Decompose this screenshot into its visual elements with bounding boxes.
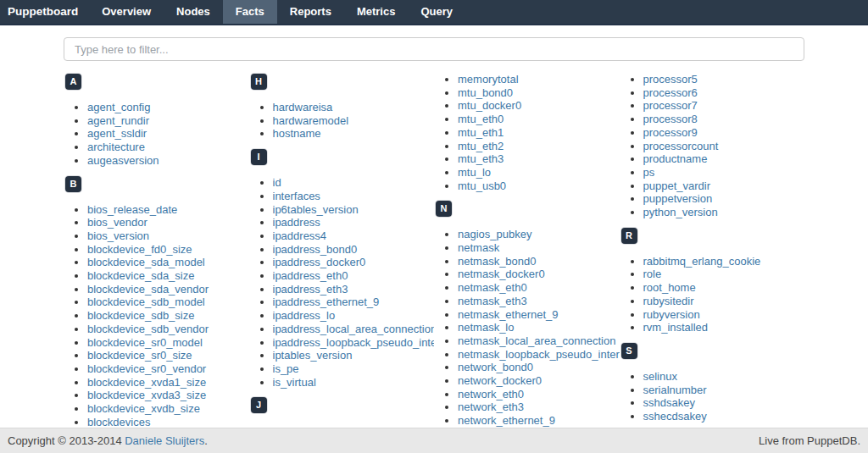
fact-link-agent_rundir[interactable]: agent_rundir — [87, 114, 149, 127]
fact-link-blockdevice_fd0_size[interactable]: blockdevice_fd0_size — [87, 243, 192, 256]
fact-link-processor5[interactable]: processor5 — [643, 73, 698, 86]
fact-link-serialnumber[interactable]: serialnumber — [643, 384, 707, 396]
fact-link-netmask_docker0[interactable]: netmask_docker0 — [458, 268, 545, 280]
fact-link-blockdevice_sdb_vendor[interactable]: blockdevice_sdb_vendor — [87, 323, 209, 335]
filter-input[interactable] — [64, 37, 804, 61]
fact-link-netmask_eth0[interactable]: netmask_eth0 — [458, 281, 527, 294]
fact-list-item: processor7 — [643, 99, 805, 113]
fact-link-network_eth0[interactable]: network_eth0 — [458, 388, 524, 401]
fact-link-mtu_eth3[interactable]: mtu_eth3 — [458, 152, 504, 165]
fact-link-is_pe[interactable]: is_pe — [273, 362, 299, 375]
fact-link-mtu_eth1[interactable]: mtu_eth1 — [458, 126, 504, 139]
fact-link-iptables_version[interactable]: iptables_version — [273, 349, 353, 362]
fact-link-agent_ssldir[interactable]: agent_ssldir — [87, 127, 147, 140]
fact-link-network_eth3[interactable]: network_eth3 — [458, 401, 524, 413]
fact-link-netmask_local_area_connection[interactable]: netmask_local_area_connection — [458, 334, 615, 347]
fact-link-processorcount[interactable]: processorcount — [643, 140, 719, 152]
fact-link-network_docker0[interactable]: network_docker0 — [458, 374, 542, 387]
fact-link-id[interactable]: id — [273, 176, 281, 189]
nav-item-overview[interactable]: Overview — [89, 0, 164, 24]
fact-link-ipaddress_lo[interactable]: ipaddress_lo — [273, 309, 336, 322]
fact-link-rabbitmq_erlang_cookie[interactable]: rabbitmq_erlang_cookie — [643, 255, 761, 268]
fact-link-is_virtual[interactable]: is_virtual — [273, 376, 316, 389]
fact-link-memorytotal[interactable]: memorytotal — [458, 73, 519, 86]
fact-link-selinux[interactable]: selinux — [643, 370, 677, 383]
fact-link-mtu_lo[interactable]: mtu_lo — [458, 166, 491, 179]
fact-link-augeasversion[interactable]: augeasversion — [87, 154, 159, 167]
fact-link-mtu_docker0[interactable]: mtu_docker0 — [458, 99, 521, 112]
fact-link-netmask[interactable]: netmask — [458, 241, 499, 254]
fact-link-bios_release_date[interactable]: bios_release_date — [87, 203, 177, 216]
fact-link-hostname[interactable]: hostname — [273, 127, 321, 140]
fact-link-hardwaremodel[interactable]: hardwaremodel — [273, 114, 349, 127]
author-link[interactable]: Daniele Sluijters — [125, 434, 204, 447]
fact-link-blockdevice_sdb_size[interactable]: blockdevice_sdb_size — [87, 309, 194, 322]
fact-link-blockdevice_sdb_model[interactable]: blockdevice_sdb_model — [87, 296, 205, 308]
fact-link-processor6[interactable]: processor6 — [643, 86, 698, 99]
fact-link-puppet_vardir[interactable]: puppet_vardir — [643, 180, 711, 192]
fact-link-productname[interactable]: productname — [643, 152, 708, 165]
fact-link-ipaddress4[interactable]: ipaddress4 — [273, 229, 327, 242]
fact-link-mtu_eth0[interactable]: mtu_eth0 — [458, 113, 504, 125]
fact-link-blockdevice_sda_size[interactable]: blockdevice_sda_size — [87, 269, 194, 282]
nav-item-reports[interactable]: Reports — [277, 0, 344, 24]
fact-link-rubyversion[interactable]: rubyversion — [643, 308, 700, 321]
fact-link-netmask_eth3[interactable]: netmask_eth3 — [458, 295, 527, 307]
fact-link-blockdevice_sda_model[interactable]: blockdevice_sda_model — [87, 256, 205, 268]
fact-link-ip6tables_version[interactable]: ip6tables_version — [273, 203, 359, 216]
fact-list-item: processor6 — [643, 86, 805, 100]
fact-link-processor7[interactable]: processor7 — [643, 99, 698, 112]
fact-link-processor8[interactable]: processor8 — [643, 113, 698, 125]
fact-link-netmask_ethernet_9[interactable]: netmask_ethernet_9 — [458, 308, 559, 321]
nav-item-facts[interactable]: Facts — [223, 0, 277, 24]
fact-link-puppetversion[interactable]: puppetversion — [643, 192, 713, 205]
brand-link[interactable]: Puppetboard — [0, 0, 89, 24]
fact-link-rvm_installed[interactable]: rvm_installed — [643, 321, 709, 334]
fact-link-hardwareisa[interactable]: hardwareisa — [273, 101, 333, 113]
fact-list-item: rvm_installed — [643, 321, 805, 334]
nav-item-metrics[interactable]: Metrics — [344, 0, 409, 24]
fact-link-netmask_loopback_pseudo_interfa[interactable]: netmask_loopback_pseudo_interfa — [458, 348, 620, 361]
fact-link-ipaddress_ethernet_9[interactable]: ipaddress_ethernet_9 — [273, 296, 380, 308]
fact-link-network_bond0[interactable]: network_bond0 — [458, 361, 533, 373]
fact-link-role[interactable]: role — [643, 268, 662, 280]
fact-link-ipaddress_docker0[interactable]: ipaddress_docker0 — [273, 256, 366, 268]
fact-link-ipaddress_local_area_connection[interactable]: ipaddress_local_area_connection — [273, 323, 435, 335]
fact-link-ipaddress[interactable]: ipaddress — [273, 216, 320, 229]
fact-link-nagios_pubkey[interactable]: nagios_pubkey — [458, 228, 531, 240]
fact-link-mtu_usb0[interactable]: mtu_usb0 — [458, 180, 506, 192]
fact-link-blockdevice_xvda3_size[interactable]: blockdevice_xvda3_size — [87, 389, 206, 401]
nav-item-query[interactable]: Query — [408, 0, 465, 24]
fact-link-rubysitedir[interactable]: rubysitedir — [643, 295, 694, 307]
fact-link-root_home[interactable]: root_home — [643, 281, 696, 294]
fact-link-netmask_lo[interactable]: netmask_lo — [458, 321, 514, 334]
fact-link-blockdevice_xvda1_size[interactable]: blockdevice_xvda1_size — [87, 376, 206, 389]
nav-item-nodes[interactable]: Nodes — [164, 0, 223, 24]
fact-link-ps[interactable]: ps — [643, 166, 655, 179]
fact-link-python_version[interactable]: python_version — [643, 206, 718, 218]
fact-link-blockdevice_sda_vendor[interactable]: blockdevice_sda_vendor — [87, 283, 209, 296]
fact-link-ipaddress_bond0[interactable]: ipaddress_bond0 — [273, 243, 358, 256]
fact-link-bios_version[interactable]: bios_version — [87, 229, 149, 242]
fact-link-mtu_eth2[interactable]: mtu_eth2 — [458, 140, 504, 152]
fact-link-processor9[interactable]: processor9 — [643, 126, 698, 139]
fact-link-architecture[interactable]: architecture — [87, 141, 145, 153]
fact-link-mtu_bond0[interactable]: mtu_bond0 — [458, 86, 513, 99]
fact-link-network_ethernet_9[interactable]: network_ethernet_9 — [458, 414, 555, 427]
fact-link-ipaddress_loopback_pseudo_interf[interactable]: ipaddress_loopback_pseudo_interf — [273, 336, 435, 349]
fact-link-blockdevice_sr0_vendor[interactable]: blockdevice_sr0_vendor — [87, 362, 206, 375]
fact-link-bios_vendor[interactable]: bios_vendor — [87, 216, 147, 229]
fact-link-sshdsakey[interactable]: sshdsakey — [643, 396, 695, 409]
fact-link-interfaces[interactable]: interfaces — [273, 190, 320, 202]
fact-link-ipaddress_eth3[interactable]: ipaddress_eth3 — [273, 283, 348, 296]
fact-link-agent_config[interactable]: agent_config — [87, 101, 150, 113]
fact-link-blockdevice_sr0_model[interactable]: blockdevice_sr0_model — [87, 336, 203, 349]
fact-list-item: netmask_docker0 — [458, 268, 620, 281]
fact-link-blockdevice_xvdb_size[interactable]: blockdevice_xvdb_size — [87, 402, 200, 415]
fact-link-blockdevice_sr0_size[interactable]: blockdevice_sr0_size — [87, 349, 192, 362]
fact-link-blockdevices[interactable]: blockdevices — [87, 416, 150, 428]
fact-link-ipaddress_eth0[interactable]: ipaddress_eth0 — [273, 269, 348, 282]
fact-column-1: Aagent_configagent_rundiragent_ssldirarc… — [64, 72, 249, 428]
fact-link-netmask_bond0[interactable]: netmask_bond0 — [458, 255, 537, 268]
fact-link-sshecdsakey[interactable]: sshecdsakey — [643, 410, 707, 423]
